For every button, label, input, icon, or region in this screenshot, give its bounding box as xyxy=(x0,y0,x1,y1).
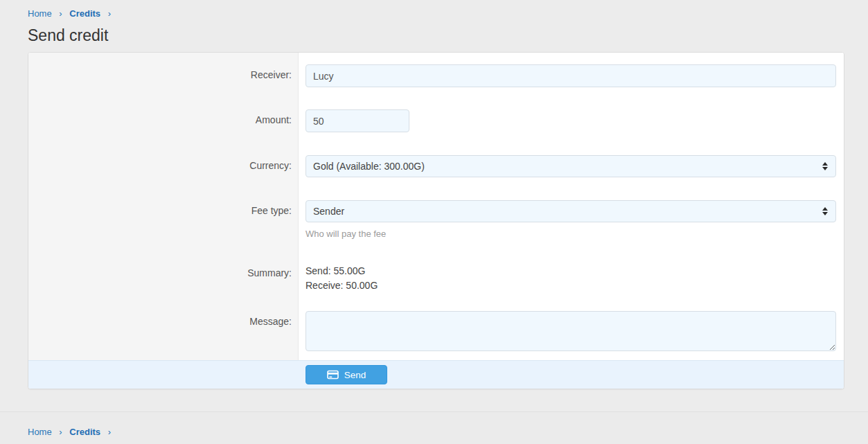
send-credit-form: Receiver: Amount: Currency: Gold (Availa… xyxy=(28,53,844,360)
message-label: Message: xyxy=(28,311,299,351)
footer-breadcrumb-credits-link[interactable]: Credits xyxy=(69,427,100,437)
summary-label: Summary: xyxy=(28,263,299,293)
receiver-row: Receiver: xyxy=(28,64,844,87)
breadcrumb-home-link[interactable]: Home xyxy=(28,8,52,19)
amount-row: Amount: xyxy=(28,109,844,132)
breadcrumb-separator-icon: › xyxy=(59,8,62,19)
breadcrumb-separator-icon: › xyxy=(108,427,111,437)
page-footer: Home › Credits › xyxy=(0,411,868,444)
fee-type-select[interactable]: Sender xyxy=(305,200,836,222)
amount-label: Amount: xyxy=(28,109,299,132)
credit-card-icon xyxy=(327,370,339,380)
summary-send-line: Send: 55.00G xyxy=(305,264,836,278)
message-textarea[interactable] xyxy=(305,311,836,351)
fee-type-help-text: Who will pay the fee xyxy=(305,229,836,240)
receiver-label: Receiver: xyxy=(28,64,299,87)
summary-row: Summary: Send: 55.00G Receive: 50.00G xyxy=(28,263,844,293)
receiver-input[interactable] xyxy=(305,64,836,87)
form-actions-footer: Send xyxy=(28,360,844,389)
message-row: Message: xyxy=(28,311,844,351)
send-button-label: Send xyxy=(344,370,366,380)
currency-row: Currency: Gold (Available: 300.00G) xyxy=(28,155,844,177)
currency-label: Currency: xyxy=(28,155,299,177)
breadcrumb: Home › Credits › xyxy=(28,8,844,19)
fee-type-row: Fee type: Sender Who will pay the fee xyxy=(28,200,844,240)
amount-input[interactable] xyxy=(305,109,409,132)
main-content: Home › Credits › Send credit Receiver: A… xyxy=(0,0,868,389)
send-credit-panel: Receiver: Amount: Currency: Gold (Availa… xyxy=(28,52,844,389)
summary-receive-line: Receive: 50.00G xyxy=(305,278,836,293)
breadcrumb-separator-icon: › xyxy=(59,427,62,437)
footer-breadcrumb-home-link[interactable]: Home xyxy=(28,427,52,437)
currency-select[interactable]: Gold (Available: 300.00G) xyxy=(305,155,836,177)
footer-breadcrumb: Home › Credits › xyxy=(28,427,844,437)
page-title: Send credit xyxy=(28,25,844,46)
breadcrumb-separator-icon: › xyxy=(108,8,111,19)
send-button[interactable]: Send xyxy=(305,365,387,384)
fee-type-label: Fee type: xyxy=(28,200,299,240)
breadcrumb-credits-link[interactable]: Credits xyxy=(69,8,100,19)
